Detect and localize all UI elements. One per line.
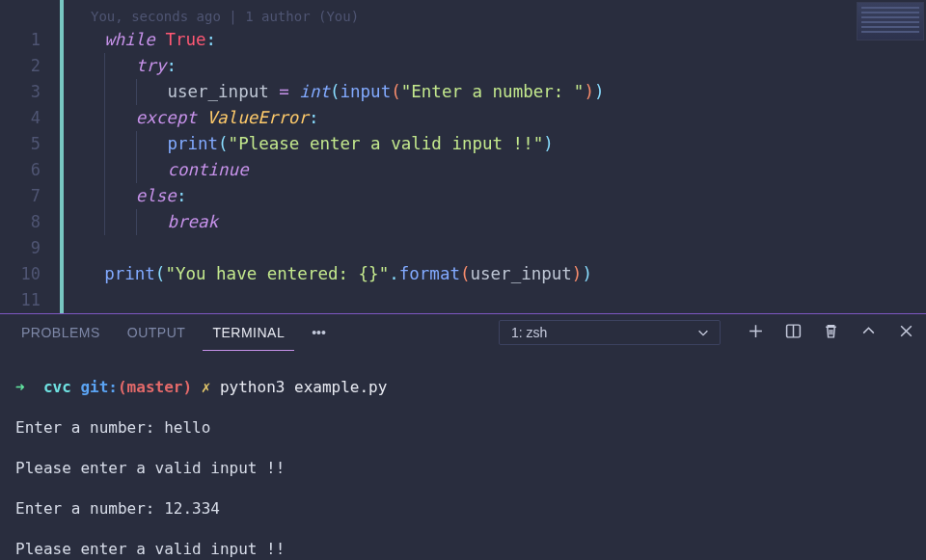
code-line[interactable]: user_input = int(input("Enter a number: … <box>64 79 926 105</box>
new-terminal-button[interactable] <box>748 323 764 342</box>
terminal-line: ➜ cvc git:(master) ✗ python3 example.py <box>15 377 911 397</box>
line-number: 7 <box>0 183 41 209</box>
line-number: 5 <box>0 131 41 157</box>
line-number: 10 <box>0 261 41 287</box>
line-number-gutter: 1 2 3 4 5 6 7 8 9 10 11 <box>0 0 60 313</box>
terminal-line: Please enter a valid input !! <box>15 539 911 559</box>
terminal-selector-label: 1: zsh <box>511 325 547 340</box>
code-area[interactable]: You, seconds ago | 1 author (You) while … <box>64 0 926 313</box>
tab-terminal[interactable]: TERMINAL <box>203 314 294 351</box>
code-line[interactable]: print("Please enter a valid input !!") <box>64 131 926 157</box>
tab-problems[interactable]: PROBLEMS <box>12 314 110 351</box>
panel-tabbar: PROBLEMS OUTPUT TERMINAL ••• 1: zsh <box>0 314 926 351</box>
bottom-panel: PROBLEMS OUTPUT TERMINAL ••• 1: zsh ➜ cv… <box>0 313 926 560</box>
terminal-line: Enter a number: hello <box>15 417 911 438</box>
close-panel-button[interactable] <box>898 323 914 342</box>
maximize-panel-button[interactable] <box>860 323 877 342</box>
line-number: 4 <box>0 105 41 131</box>
minimap[interactable] <box>857 2 924 40</box>
code-line[interactable]: except ValueError: <box>64 105 926 131</box>
line-number: 1 <box>0 27 41 53</box>
line-number: 6 <box>0 157 41 183</box>
panel-overflow-button[interactable]: ••• <box>302 325 336 340</box>
terminal-selector[interactable]: 1: zsh <box>499 320 721 345</box>
code-line[interactable]: break <box>64 209 926 235</box>
tab-output[interactable]: OUTPUT <box>118 314 196 351</box>
kill-terminal-button[interactable] <box>823 323 839 342</box>
code-line[interactable] <box>64 287 926 313</box>
code-line[interactable]: while True: <box>64 27 926 53</box>
line-number: 3 <box>0 79 41 105</box>
terminal-line: Please enter a valid input !! <box>15 458 911 478</box>
line-number: 2 <box>0 53 41 79</box>
line-number: 8 <box>0 209 41 235</box>
code-line[interactable]: try: <box>64 53 926 79</box>
code-lines: while True: try: user_input = int(input(… <box>64 27 926 313</box>
code-line[interactable]: print("You have entered: {}".format(user… <box>64 261 926 287</box>
code-line[interactable] <box>64 235 926 261</box>
code-line[interactable]: continue <box>64 157 926 183</box>
chevron-down-icon <box>696 326 710 339</box>
code-line[interactable]: else: <box>64 183 926 209</box>
split-terminal-button[interactable] <box>785 323 802 342</box>
terminal-line: Enter a number: 12.334 <box>15 498 911 519</box>
line-number: 11 <box>0 287 41 313</box>
editor-pane: 1 2 3 4 5 6 7 8 9 10 11 You, seconds ago… <box>0 0 926 313</box>
terminal-output[interactable]: ➜ cvc git:(master) ✗ python3 example.py … <box>0 351 926 560</box>
line-number: 9 <box>0 235 41 261</box>
git-blame-annotation: You, seconds ago | 1 author (You) <box>64 6 926 27</box>
